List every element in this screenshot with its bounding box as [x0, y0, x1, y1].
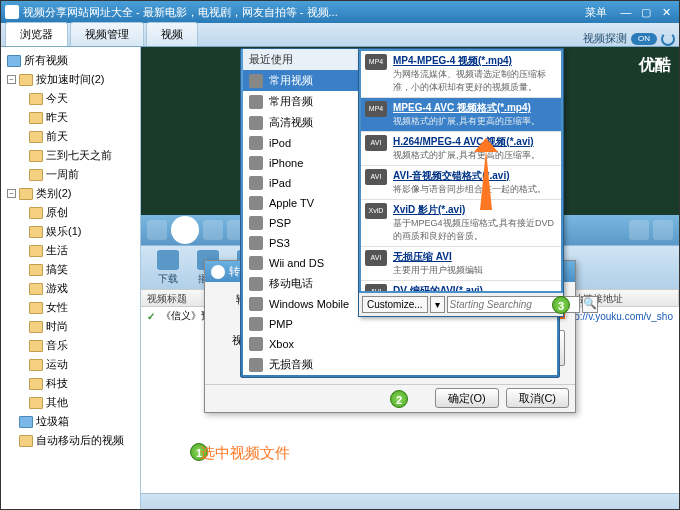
tree-category[interactable]: −类别(2)	[3, 184, 138, 203]
tree-three-seven[interactable]: 三到七天之前	[3, 146, 138, 165]
download-button[interactable]: 下载	[149, 248, 187, 288]
tree-travel[interactable]: 游戏	[3, 279, 138, 298]
tree-entertainment[interactable]: 娱乐(1)	[3, 222, 138, 241]
brand-watermark: 优酷	[639, 55, 671, 76]
tree-yesterday[interactable]: 昨天	[3, 108, 138, 127]
refresh-icon[interactable]	[661, 32, 675, 46]
maximize-button[interactable]: ▢	[637, 5, 655, 19]
tab-video[interactable]: 视频	[146, 22, 198, 46]
fullscreen-button[interactable]	[653, 220, 673, 240]
detect-toggle[interactable]: ON	[631, 33, 657, 45]
tree-original[interactable]: 原创	[3, 203, 138, 222]
format-item[interactable]: AVIAVI-音视频交错格式(*.avi)将影像与语音同步组合在一起的格式。	[361, 166, 561, 200]
tab-video-manager[interactable]: 视频管理	[70, 22, 144, 46]
tree-auto-move[interactable]: 自动移动后的视频	[3, 431, 138, 450]
tutorial-marker-3: 3	[552, 296, 570, 314]
tree-tech[interactable]: 科技	[3, 374, 138, 393]
tree-music[interactable]: 音乐	[3, 336, 138, 355]
volume-button[interactable]	[629, 220, 649, 240]
popup-item[interactable]: PMP	[243, 314, 557, 334]
search-button[interactable]: 🔍	[582, 296, 598, 313]
tree-recycle[interactable]: 垃圾箱	[3, 412, 138, 431]
check-icon: ✓	[141, 309, 155, 324]
tree-by-time[interactable]: −按加速时间(2)	[3, 70, 138, 89]
popup-item[interactable]: Xbox	[243, 334, 557, 354]
tree-fashion[interactable]: 时尚	[3, 317, 138, 336]
format-item[interactable]: AVIH.264/MPEG-4 AVC 视频(*.avi)视频格式的扩展,具有更…	[361, 132, 561, 166]
menu-label[interactable]: 菜单	[585, 5, 607, 20]
tree-female[interactable]: 女性	[3, 298, 138, 317]
play-button[interactable]	[171, 216, 199, 244]
detect-label: 视频探测	[583, 31, 627, 46]
settings-icon	[211, 265, 225, 279]
tree-day-before[interactable]: 前天	[3, 127, 138, 146]
tree-other[interactable]: 其他	[3, 393, 138, 412]
format-item[interactable]: MP4MPEG-4 AVC 视频格式(*.mp4)视频格式的扩展,具有更高的压缩…	[361, 98, 561, 132]
tab-browser[interactable]: 浏览器	[5, 22, 68, 46]
app-icon	[5, 5, 19, 19]
format-menu: MP4MP4-MPEG-4 视频(*.mp4)为网络流媒体、视频请选定制的压缩标…	[358, 48, 564, 317]
format-item[interactable]: MP4MP4-MPEG-4 视频(*.mp4)为网络流媒体、视频请选定制的压缩标…	[361, 51, 561, 98]
tree-today[interactable]: 今天	[3, 89, 138, 108]
tutorial-callout: 选中视频文件	[200, 444, 290, 463]
tutorial-marker-2: 2	[390, 390, 408, 408]
status-bar	[141, 493, 679, 509]
tree-life[interactable]: 生活	[3, 241, 138, 260]
sidebar: 所有视频 −按加速时间(2) 今天 昨天 前天 三到七天之前 一周前 −类别(2…	[1, 47, 141, 509]
format-item[interactable]: AVI无损压缩 AVI主要用于用户视频编辑	[361, 247, 561, 281]
window-title: 视频分享网站网址大全 - 最新电影，电视剧，网友自拍等 - 视频...	[23, 5, 585, 20]
prev-button[interactable]	[147, 220, 167, 240]
ok-button[interactable]: 确定(O)	[435, 388, 499, 408]
tree-funny[interactable]: 搞笑	[3, 260, 138, 279]
popup-item[interactable]: 无损音频	[243, 354, 557, 375]
tree-week-ago[interactable]: 一周前	[3, 165, 138, 184]
minimize-button[interactable]: —	[617, 5, 635, 19]
next-button[interactable]	[203, 220, 223, 240]
close-button[interactable]: ✕	[657, 5, 675, 19]
cancel-button[interactable]: 取消(C)	[506, 388, 569, 408]
tree-all-videos[interactable]: 所有视频	[3, 51, 138, 70]
tutorial-arrow	[480, 150, 492, 210]
tree-sports[interactable]: 运动	[3, 355, 138, 374]
format-item[interactable]: XviDXviD 影片(*.avi)基于MPEG4视频压缩格式,具有接近DVD的…	[361, 200, 561, 247]
customize-dropdown[interactable]: ▾	[430, 296, 445, 313]
customize-button[interactable]: Customize...	[362, 296, 428, 313]
format-item[interactable]: AVIDV 编码的AVI(*.avi)主要用于用户视频编辑	[361, 281, 561, 291]
